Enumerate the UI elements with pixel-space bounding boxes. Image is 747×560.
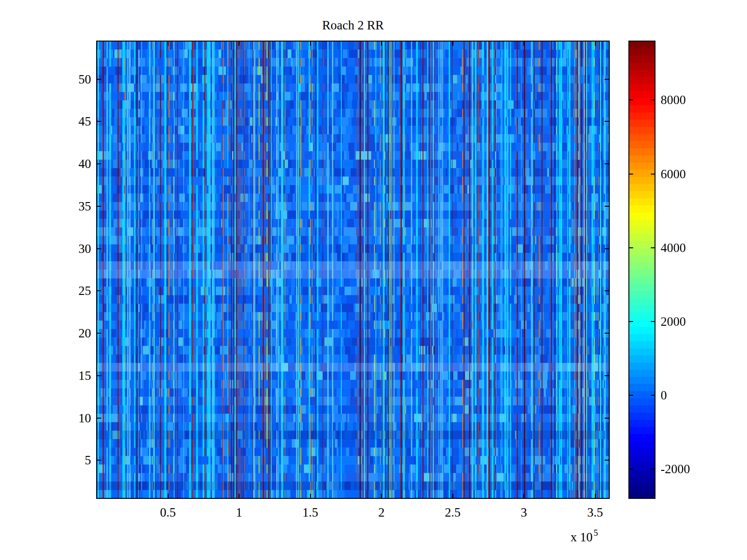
x-tick-label: 1.5	[282, 505, 338, 520]
heatmap-canvas	[97, 41, 609, 498]
y-tick-mark-right	[605, 79, 609, 80]
x-tick-mark-top	[168, 41, 169, 46]
y-tick-label: 20	[40, 326, 91, 341]
x-exponent-power: 5	[593, 528, 598, 538]
y-tick-mark-right	[605, 375, 609, 376]
y-tick-mark	[97, 163, 101, 164]
y-tick-mark-right	[605, 290, 609, 291]
y-tick-mark	[97, 333, 101, 334]
colorbar-tick-label: 2000	[661, 314, 686, 329]
colorbar-tick-label: -2000	[661, 462, 690, 476]
y-tick-label: 25	[40, 283, 91, 298]
x-tick-label: 2	[353, 505, 409, 520]
x-tick-mark	[310, 494, 311, 498]
y-tick-label: 15	[40, 368, 91, 383]
x-tick-mark-top	[523, 41, 524, 46]
y-tick-mark-right	[605, 248, 609, 249]
colorbar-tick-mark-right	[651, 247, 655, 248]
x-tick-mark	[523, 494, 524, 498]
colorbar-tick-mark-left	[629, 395, 633, 396]
y-tick-mark	[97, 375, 101, 376]
colorbar-tick-label: 8000	[661, 92, 686, 107]
y-tick-mark	[97, 290, 101, 291]
x-tick-label: 3	[496, 505, 552, 520]
y-tick-mark-right	[605, 163, 609, 164]
colorbar-tick-mark-right	[651, 321, 655, 322]
y-tick-label: 50	[40, 72, 91, 87]
x-tick-mark-top	[452, 41, 453, 46]
colorbar-tick-label: 4000	[661, 240, 686, 255]
x-tick-mark	[595, 494, 596, 498]
y-tick-mark-right	[605, 418, 609, 419]
y-tick-label: 5	[40, 453, 91, 468]
y-tick-mark	[97, 206, 101, 207]
colorbar-tick-mark-left	[629, 247, 633, 248]
x-tick-mark-top	[595, 41, 596, 46]
colorbar-tick-label: 0	[661, 388, 667, 403]
x-tick-label: 1	[211, 505, 267, 520]
colorbar-tick-mark-right	[651, 99, 655, 100]
x-exponent-base: x 10	[571, 530, 592, 544]
y-tick-label: 10	[40, 411, 91, 426]
colorbar-tick-mark-right	[651, 395, 655, 396]
colorbar-tick-label: 6000	[661, 167, 686, 182]
x-tick-mark	[239, 494, 240, 498]
y-tick-label: 35	[40, 199, 91, 214]
x-tick-mark	[168, 494, 169, 498]
y-tick-label: 40	[40, 156, 91, 171]
y-tick-mark-right	[605, 206, 609, 207]
x-tick-label: 3.5	[567, 505, 623, 520]
matlab-figure: Roach 2 RR 0.511.522.533.551015202530354…	[0, 0, 747, 560]
y-tick-mark	[97, 418, 101, 419]
colorbar-tick-mark-left	[629, 321, 633, 322]
y-tick-label: 30	[40, 241, 91, 256]
y-tick-mark-right	[605, 333, 609, 334]
y-tick-mark-right	[605, 121, 609, 122]
y-tick-mark	[97, 460, 101, 461]
x-tick-mark-top	[310, 41, 311, 46]
x-tick-mark	[452, 494, 453, 498]
colorbar-canvas	[629, 41, 655, 498]
y-tick-mark	[97, 248, 101, 249]
x-tick-mark-top	[381, 41, 382, 46]
chart-title: Roach 2 RR	[97, 18, 609, 33]
x-tick-label: 2.5	[425, 505, 481, 520]
y-tick-mark-right	[605, 460, 609, 461]
x-tick-mark	[381, 494, 382, 498]
x-tick-label: 0.5	[140, 505, 196, 520]
colorbar-tick-mark-left	[629, 99, 633, 100]
y-tick-label: 45	[40, 114, 91, 129]
colorbar-tick-mark-right	[651, 469, 655, 469]
x-tick-mark-top	[239, 41, 240, 46]
colorbar-tick-mark-left	[629, 469, 633, 469]
colorbar-tick-mark-left	[629, 174, 633, 175]
y-tick-mark	[97, 79, 101, 80]
x-axis-exponent-label: x 105	[571, 526, 597, 545]
colorbar-tick-mark-right	[651, 174, 655, 175]
y-tick-mark	[97, 121, 101, 122]
